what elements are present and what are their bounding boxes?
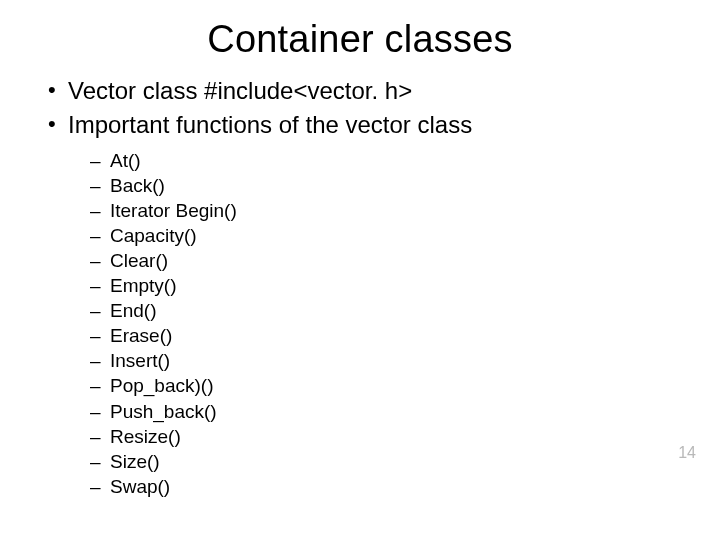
list-item: Important functions of the vector class … xyxy=(40,109,680,498)
list-item: Insert() xyxy=(68,348,680,373)
bullet-text: Size() xyxy=(110,451,160,472)
slide: Container classes Vector class #include<… xyxy=(0,0,720,540)
bullet-list-level-2: At() Back() Iterator Begin() Capacity() … xyxy=(68,148,680,499)
list-item: Swap() xyxy=(68,474,680,499)
page-number: 14 xyxy=(678,444,696,462)
list-item: Iterator Begin() xyxy=(68,198,680,223)
bullet-text: Back() xyxy=(110,175,165,196)
bullet-text: Push_back() xyxy=(110,401,217,422)
bullet-text: Resize() xyxy=(110,426,181,447)
list-item: Resize() xyxy=(68,424,680,449)
slide-title: Container classes xyxy=(40,18,680,61)
bullet-text: Erase() xyxy=(110,325,172,346)
bullet-text: End() xyxy=(110,300,156,321)
list-item: Back() xyxy=(68,173,680,198)
list-item: At() xyxy=(68,148,680,173)
bullet-text: Vector class #include<vector. h> xyxy=(68,77,412,104)
bullet-text: Empty() xyxy=(110,275,177,296)
bullet-text: Clear() xyxy=(110,250,168,271)
list-item: End() xyxy=(68,298,680,323)
list-item: Empty() xyxy=(68,273,680,298)
bullet-text: Iterator Begin() xyxy=(110,200,237,221)
list-item: Push_back() xyxy=(68,399,680,424)
bullet-text: At() xyxy=(110,150,141,171)
list-item: Vector class #include<vector. h> xyxy=(40,75,680,107)
bullet-text: Swap() xyxy=(110,476,170,497)
list-item: Capacity() xyxy=(68,223,680,248)
bullet-text: Important functions of the vector class xyxy=(68,111,472,138)
list-item: Clear() xyxy=(68,248,680,273)
bullet-text: Capacity() xyxy=(110,225,197,246)
list-item: Size() xyxy=(68,449,680,474)
list-item: Erase() xyxy=(68,323,680,348)
list-item: Pop_back)() xyxy=(68,373,680,398)
bullet-list-level-1: Vector class #include<vector. h> Importa… xyxy=(40,75,680,499)
bullet-text: Pop_back)() xyxy=(110,375,214,396)
bullet-text: Insert() xyxy=(110,350,170,371)
